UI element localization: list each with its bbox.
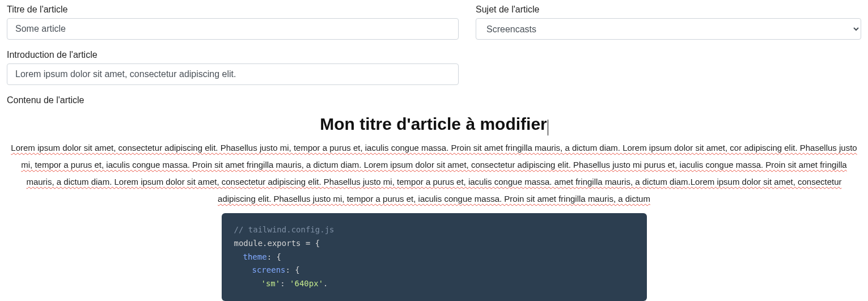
code-block[interactable]: // tailwind.config.js module.exports = {…	[222, 213, 647, 301]
code-comment: // tailwind.config.js	[234, 225, 335, 234]
article-editor[interactable]: Mon titre d'article à modifier Lorem ips…	[7, 111, 861, 301]
content-label: Contenu de l'article	[7, 95, 861, 105]
title-input[interactable]	[7, 18, 459, 40]
intro-label: Introduction de l'article	[7, 50, 459, 60]
article-body[interactable]: Lorem ipsum dolor sit amet, consectetur …	[7, 139, 861, 207]
text-cursor	[548, 120, 548, 135]
intro-input[interactable]	[7, 63, 459, 85]
subject-label: Sujet de l'article	[476, 5, 861, 15]
intro-field-group: Introduction de l'article	[7, 50, 459, 85]
title-label: Titre de l'article	[7, 5, 459, 15]
article-heading[interactable]: Mon titre d'article à modifier	[320, 115, 547, 134]
subject-field-group: Sujet de l'article Screencasts	[476, 5, 861, 40]
title-field-group: Titre de l'article	[7, 5, 459, 40]
subject-select[interactable]: Screencasts	[476, 18, 861, 40]
